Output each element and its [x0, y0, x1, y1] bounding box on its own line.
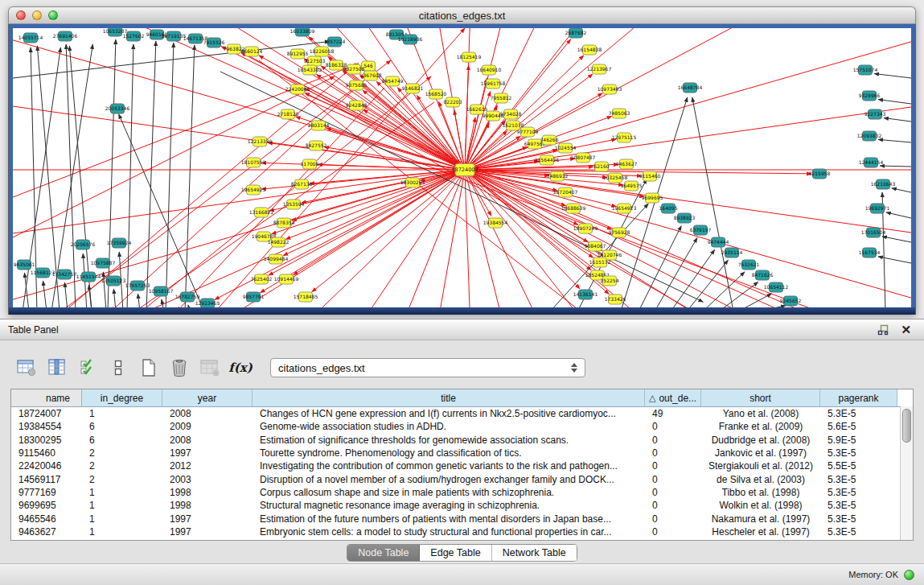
network-node[interactable]: 1024554: [555, 143, 577, 153]
table-scrollbar[interactable]: [900, 406, 913, 540]
network-node[interactable]: 19692971: [865, 204, 890, 213]
table-row[interactable]: 1456911722003Disruption of a novel membe…: [11, 472, 913, 485]
network-node[interactable]: 8878354: [273, 218, 295, 228]
network-node[interactable]: 252254: [601, 276, 619, 286]
table-row[interactable]: 911546021997Tourette syndrome. Phenomeno…: [11, 447, 913, 459]
network-node[interactable]: 164095: [659, 204, 678, 213]
network-node[interactable]: 8938923: [674, 213, 696, 223]
network-node[interactable]: 19218986: [398, 35, 423, 44]
network-canvas[interactable]: 1405571427691406106532871527602946016010…: [13, 28, 911, 307]
network-node[interactable]: 18125419: [457, 52, 482, 62]
column-header-out_degree[interactable]: △out_de...: [645, 389, 701, 406]
network-node[interactable]: 9127503: [304, 56, 326, 66]
zoom-button[interactable]: [48, 10, 58, 20]
close-panel-icon[interactable]: ✕: [901, 323, 911, 336]
window-titlebar[interactable]: citations_edges.txt: [8, 6, 916, 24]
table-options-icon[interactable]: [16, 356, 37, 379]
network-node[interactable]: 9857791: [243, 292, 265, 302]
network-node[interactable]: 9699695: [642, 193, 663, 203]
network-node[interactable]: 9463627: [616, 159, 638, 169]
network-node[interactable]: 1615172: [589, 257, 611, 267]
network-node[interactable]: 7625402: [251, 274, 273, 284]
column-header-short[interactable]: short: [701, 389, 820, 406]
table-row[interactable]: 1938455462009Genome-wide association stu…: [11, 420, 913, 433]
select-rows-icon[interactable]: [77, 356, 98, 379]
network-node[interactable]: 27691406: [53, 31, 78, 41]
scrollbar-thumb[interactable]: [902, 409, 911, 443]
network-node[interactable]: 17957253: [125, 281, 150, 290]
network-node[interactable]: 8427552: [306, 141, 327, 150]
close-button[interactable]: [16, 10, 26, 20]
network-node[interactable]: 9435061: [14, 260, 35, 270]
column-header-pagerank[interactable]: pagerank: [820, 389, 897, 406]
network-node[interactable]: 9245652: [780, 296, 802, 306]
network-node[interactable]: 10325458: [603, 173, 628, 183]
network-node[interactable]: 19654923: [612, 204, 637, 213]
network-node[interactable]: 1527602: [123, 31, 145, 41]
network-node[interactable]: 12213339: [248, 137, 273, 146]
network-node[interactable]: 2367608: [360, 71, 382, 80]
network-node[interactable]: 2718120: [277, 109, 299, 119]
network-node[interactable]: 21564436: [535, 155, 560, 165]
column-header-name[interactable]: name: [11, 389, 82, 406]
network-node[interactable]: 19654925: [241, 185, 266, 195]
network-node[interactable]: 8215958: [809, 169, 831, 179]
network-node[interactable]: 7632621: [738, 260, 760, 270]
table-column-icon[interactable]: [47, 356, 68, 379]
network-node[interactable]: 9777109: [517, 127, 539, 137]
network-node[interactable]: 117006: [301, 159, 319, 169]
network-node[interactable]: 12444154: [859, 158, 884, 167]
network-node[interactable]: 2687682: [565, 28, 587, 38]
network-node[interactable]: 13505123: [101, 276, 126, 286]
network-node[interactable]: 16648784: [678, 83, 703, 93]
network-node[interactable]: 10958167: [149, 286, 174, 296]
network-node[interactable]: 14136141: [573, 290, 598, 299]
tab-network-table[interactable]: Network Table: [492, 545, 577, 561]
network-node[interactable]: 10807487: [571, 153, 596, 163]
network-node[interactable]: 1353594: [283, 200, 305, 209]
table-row[interactable]: 946362711997Embryonic stem cells: a mode…: [11, 525, 913, 538]
table-row[interactable]: 977716911998Corpus callosum shape and si…: [11, 486, 913, 499]
network-node[interactable]: 17359924: [107, 238, 132, 248]
float-panel-icon[interactable]: [877, 324, 889, 336]
network-node[interactable]: 1167534: [859, 248, 881, 257]
network-node[interactable]: 9649575: [621, 181, 643, 191]
network-node[interactable]: 18300295: [400, 178, 425, 187]
network-node[interactable]: 16033809: [290, 28, 315, 36]
new-file-icon[interactable]: [138, 356, 159, 379]
tab-node-table[interactable]: Node Table: [347, 545, 420, 561]
network-node[interactable]: 7485063: [609, 109, 630, 118]
network-node[interactable]: 10975887: [91, 258, 116, 268]
row-height-icon[interactable]: [108, 356, 129, 379]
column-header-year[interactable]: year: [162, 389, 253, 406]
network-node[interactable]: 8660124: [241, 47, 263, 56]
column-header-in_degree[interactable]: in_degree: [82, 389, 162, 406]
delete-icon[interactable]: [169, 356, 190, 379]
network-node[interactable]: 1568520: [425, 89, 447, 99]
network-node[interactable]: 20206576: [71, 240, 96, 249]
network-node[interactable]: 16640910: [477, 65, 502, 75]
network-node[interactable]: 8454749: [382, 76, 404, 86]
network-node[interactable]: 22420046: [285, 84, 310, 94]
network-node[interactable]: 20053346: [105, 104, 130, 113]
network-node[interactable]: 9227343: [864, 109, 886, 119]
column-header-title[interactable]: title: [253, 389, 645, 406]
network-node[interactable]: 7857224: [324, 37, 346, 47]
network-node[interactable]: 12093832: [857, 131, 882, 141]
network-node[interactable]: 9756928: [609, 228, 630, 237]
network-node[interactable]: 10973493: [598, 84, 622, 94]
network-node[interactable]: 7915526: [203, 38, 225, 47]
network-node[interactable]: 62160: [593, 162, 609, 171]
network-node[interactable]: 12923465: [195, 299, 220, 307]
network-node[interactable]: 10654112: [764, 282, 789, 292]
network-node[interactable]: 12213967: [587, 64, 612, 74]
table-row[interactable]: 946554611997Estimation of the future num…: [11, 512, 913, 525]
network-node[interactable]: 7955812: [491, 93, 512, 103]
tab-edge-table[interactable]: Edge Table: [420, 545, 491, 561]
network-node[interactable]: 15718485: [294, 292, 318, 302]
network-node[interactable]: 16210643: [871, 179, 896, 189]
network-node[interactable]: 14055714: [18, 33, 43, 43]
network-node[interactable]: 16961758: [481, 79, 506, 89]
table-row[interactable]: 1830029562008Estimation of significance …: [11, 434, 913, 447]
network-node[interactable]: 822203: [444, 97, 462, 107]
